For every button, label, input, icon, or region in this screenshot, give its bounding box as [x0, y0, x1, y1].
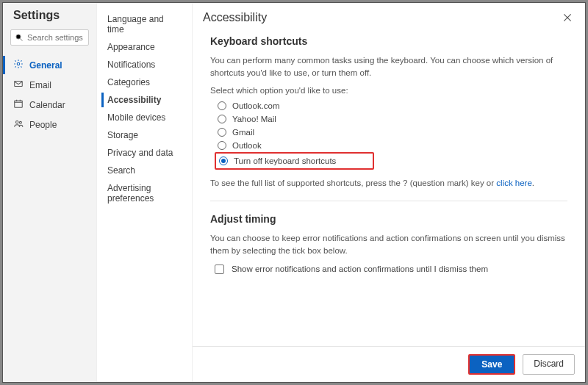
subnav-item-privacy-and-data[interactable]: Privacy and data	[101, 144, 187, 162]
radio-icon	[218, 115, 226, 123]
search-icon	[15, 33, 24, 42]
nav-label: General	[29, 60, 62, 71]
main-header: Accessibility	[193, 3, 585, 31]
nav-item-general[interactable]: General	[10, 56, 89, 74]
nav-item-calendar[interactable]: Calendar	[10, 96, 89, 114]
separator	[210, 201, 567, 201]
help-line: To see the full list of supported shortc…	[210, 179, 567, 187]
settings-sidebar: Settings GeneralEmailCalendarPeople	[3, 3, 97, 382]
radio-icon	[219, 156, 228, 165]
help-link[interactable]: click here	[496, 179, 532, 187]
subnav-item-appearance[interactable]: Appearance	[101, 38, 187, 56]
radio-label: Outlook.com	[232, 101, 280, 110]
svg-point-2	[17, 62, 20, 65]
checkbox-icon	[215, 265, 224, 274]
checkbox-label: Show error notifications and action conf…	[232, 265, 488, 273]
calendar-icon	[13, 98, 24, 111]
nav-label: Email	[29, 80, 51, 90]
footer: Save Discard	[193, 346, 585, 382]
mail-icon	[13, 79, 24, 91]
settings-window: Settings GeneralEmailCalendarPeople Lang…	[2, 2, 586, 383]
radio-icon	[218, 141, 226, 150]
radio-icon	[218, 128, 226, 137]
radio-option-outlook-com[interactable]: Outlook.com	[215, 99, 567, 112]
close-button[interactable]	[560, 10, 575, 25]
people-icon	[13, 118, 24, 131]
subnav-item-storage[interactable]: Storage	[101, 126, 187, 144]
keyboard-shortcuts-section: Keyboard shortcuts You can perform many …	[210, 35, 567, 187]
radio-label: Gmail	[232, 128, 254, 137]
search-wrap	[10, 29, 89, 46]
nav-item-people[interactable]: People	[10, 115, 89, 134]
adjust-timing-section: Adjust timing You can choose to keep err…	[210, 213, 567, 273]
close-icon	[562, 12, 573, 23]
subnav-item-search[interactable]: Search	[101, 162, 187, 179]
radio-label: Outlook	[232, 141, 262, 150]
svg-point-0	[16, 35, 21, 39]
radio-icon	[218, 101, 226, 110]
main-content: Keyboard shortcuts You can perform many …	[193, 31, 585, 346]
subnav-item-accessibility[interactable]: Accessibility	[101, 91, 187, 109]
nav-label: Calendar	[29, 100, 65, 110]
subnav-item-mobile-devices[interactable]: Mobile devices	[101, 109, 187, 126]
page-title: Accessibility	[203, 11, 267, 24]
save-button[interactable]: Save	[468, 354, 515, 375]
nav-label: People	[29, 120, 57, 130]
settings-subnav: Language and timeAppearanceNotifications…	[97, 3, 193, 382]
radio-option-gmail[interactable]: Gmail	[215, 126, 567, 139]
settings-nav: GeneralEmailCalendarPeople	[10, 56, 89, 134]
section-title: Keyboard shortcuts	[210, 35, 567, 47]
radio-option-outlook[interactable]: Outlook	[215, 139, 567, 152]
subnav-item-categories[interactable]: Categories	[101, 73, 187, 91]
main-panel: Accessibility Keyboard shortcuts You can…	[193, 3, 585, 382]
svg-line-1	[21, 39, 23, 41]
help-prefix: To see the full list of supported shortc…	[210, 179, 496, 187]
radio-option-yahoo-mail[interactable]: Yahoo! Mail	[215, 112, 567, 126]
radio-label: Turn off keyboard shortcuts	[234, 156, 336, 165]
discard-button[interactable]: Discard	[523, 354, 575, 375]
section-title: Adjust timing	[210, 213, 567, 225]
settings-title: Settings	[10, 9, 89, 22]
svg-rect-4	[15, 101, 23, 107]
subnav-item-notifications[interactable]: Notifications	[101, 56, 187, 73]
radio-label: Yahoo! Mail	[232, 115, 276, 123]
help-suffix: .	[532, 179, 534, 187]
select-label: Select which option you'd like to use:	[210, 86, 567, 95]
subnav-item-language-and-time[interactable]: Language and time	[101, 10, 187, 38]
svg-point-8	[16, 121, 19, 124]
nav-item-email[interactable]: Email	[10, 76, 89, 94]
radio-option-turn-off-keyboard-shortcuts[interactable]: Turn off keyboard shortcuts	[215, 152, 374, 170]
section-desc: You can perform many common tasks using …	[210, 54, 567, 79]
section-desc: You can choose to keep error notificatio…	[210, 232, 567, 256]
radio-list: Outlook.comYahoo! MailGmailOutlookTurn o…	[215, 99, 567, 170]
subnav-item-advertising-preferences[interactable]: Advertising preferences	[101, 179, 187, 207]
svg-point-9	[19, 121, 21, 123]
gear-icon	[13, 59, 24, 71]
persist-notifications-checkbox[interactable]: Show error notifications and action conf…	[215, 265, 567, 274]
